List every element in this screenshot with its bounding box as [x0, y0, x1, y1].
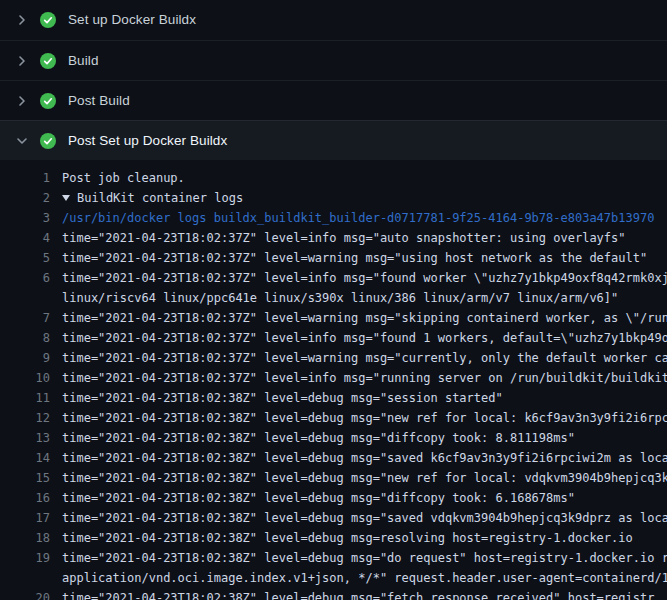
log-line: 18 time="2021-04-23T18:02:38Z" level=deb…: [0, 528, 667, 548]
log-line: 6 time="2021-04-23T18:02:37Z" level=info…: [0, 268, 667, 288]
log-line: 20 time="2021-04-23T18:02:38Z" level=deb…: [0, 588, 667, 600]
log-lines: 1 Post job cleanup. 2 BuildKit container…: [0, 160, 667, 600]
log-line-number[interactable]: 17: [0, 508, 50, 528]
log-line-text: /usr/bin/docker logs buildx_buildkit_bui…: [62, 208, 654, 228]
log-line-number[interactable]: 10: [0, 368, 50, 388]
log-line-text: time="2021-04-23T18:02:37Z" level=info m…: [62, 228, 626, 248]
log-line-text: Post job cleanup.: [62, 168, 185, 188]
log-line: linux/riscv64 linux/ppc641e linux/s390x …: [0, 288, 667, 308]
log-line-text: time="2021-04-23T18:02:38Z" level=debug …: [62, 448, 667, 468]
step-row[interactable]: Set up Docker Buildx: [0, 0, 667, 40]
log-line-number[interactable]: 6: [0, 268, 50, 288]
step-row[interactable]: Post Build: [0, 80, 667, 120]
log-line-text: time="2021-04-23T18:02:37Z" level=warnin…: [62, 348, 667, 368]
check-circle-icon: [40, 12, 56, 28]
step-row[interactable]: Build: [0, 40, 667, 80]
log-line: 9 time="2021-04-23T18:02:37Z" level=warn…: [0, 348, 667, 368]
log-line-number[interactable]: 16: [0, 488, 50, 508]
log-line: 10 time="2021-04-23T18:02:37Z" level=inf…: [0, 368, 667, 388]
log-line: 17 time="2021-04-23T18:02:38Z" level=deb…: [0, 508, 667, 528]
log-line-text: time="2021-04-23T18:02:38Z" level=debug …: [62, 408, 667, 428]
log-line-text: time="2021-04-23T18:02:37Z" level=warnin…: [62, 308, 667, 328]
log-line: 19 time="2021-04-23T18:02:38Z" level=deb…: [0, 548, 667, 568]
log-line-number[interactable]: 4: [0, 228, 50, 248]
log-line-text: time="2021-04-23T18:02:38Z" level=debug …: [62, 468, 667, 488]
log-line-text: time="2021-04-23T18:02:37Z" level=info m…: [62, 328, 667, 348]
log-line[interactable]: 2 BuildKit container logs: [0, 188, 667, 208]
log-line-number[interactable]: 1: [0, 168, 50, 188]
log-line-text: time="2021-04-23T18:02:38Z" level=debug …: [62, 508, 667, 528]
chevron-right-icon[interactable]: [14, 12, 30, 28]
log-line: 3 /usr/bin/docker logs buildx_buildkit_b…: [0, 208, 667, 228]
log-line-number[interactable]: 8: [0, 328, 50, 348]
chevron-right-icon[interactable]: [14, 93, 30, 109]
log-line-text: time="2021-04-23T18:02:37Z" level=warnin…: [62, 248, 647, 268]
actions-log-viewer: Set up Docker Buildx Build P: [0, 0, 667, 600]
log-line-text: BuildKit container logs: [77, 188, 243, 208]
log-line: 5 time="2021-04-23T18:02:37Z" level=warn…: [0, 248, 667, 268]
log-line-number[interactable]: 20: [0, 588, 50, 600]
log-line-number[interactable]: 18: [0, 528, 50, 548]
log-line: 11 time="2021-04-23T18:02:38Z" level=deb…: [0, 388, 667, 408]
chevron-down-icon[interactable]: [14, 133, 30, 149]
steps-list: Set up Docker Buildx Build P: [0, 0, 667, 160]
log-line: 12 time="2021-04-23T18:02:38Z" level=deb…: [0, 408, 667, 428]
step-title: Post Set up Docker Buildx: [68, 134, 227, 148]
log-line-number[interactable]: 11: [0, 388, 50, 408]
log-line-text: linux/riscv64 linux/ppc641e linux/s390x …: [62, 288, 618, 308]
check-circle-icon: [40, 93, 56, 109]
step-title: Set up Docker Buildx: [68, 13, 196, 27]
log-line-text: time="2021-04-23T18:02:38Z" level=debug …: [62, 588, 654, 600]
log-line-text: time="2021-04-23T18:02:37Z" level=info m…: [62, 368, 667, 388]
triangle-down-icon: [62, 195, 70, 201]
log-line: 14 time="2021-04-23T18:02:38Z" level=deb…: [0, 448, 667, 468]
log-line-number[interactable]: 19: [0, 548, 50, 568]
log-line-text: time="2021-04-23T18:02:38Z" level=debug …: [62, 428, 575, 448]
log-line-number[interactable]: 2: [0, 188, 50, 208]
check-circle-icon: [40, 133, 56, 149]
step-row[interactable]: Post Set up Docker Buildx: [0, 120, 667, 160]
log-line-text: time="2021-04-23T18:02:38Z" level=debug …: [62, 388, 503, 408]
log-line-number[interactable]: 15: [0, 468, 50, 488]
log-line: application/vnd.oci.image.index.v1+json,…: [0, 568, 667, 588]
log-line: 4 time="2021-04-23T18:02:37Z" level=info…: [0, 228, 667, 248]
log-line: 13 time="2021-04-23T18:02:38Z" level=deb…: [0, 428, 667, 448]
log-line-text: time="2021-04-23T18:02:38Z" level=debug …: [62, 548, 667, 568]
log-line-text: time="2021-04-23T18:02:37Z" level=info m…: [62, 268, 667, 288]
chevron-right-icon[interactable]: [14, 53, 30, 69]
log-line: 8 time="2021-04-23T18:02:37Z" level=info…: [0, 328, 667, 348]
log-line-text: time="2021-04-23T18:02:38Z" level=debug …: [62, 528, 633, 548]
log-line-number[interactable]: 12: [0, 408, 50, 428]
log-line: 16 time="2021-04-23T18:02:38Z" level=deb…: [0, 488, 667, 508]
log-line-text: application/vnd.oci.image.index.v1+json,…: [62, 568, 667, 588]
log-line: 15 time="2021-04-23T18:02:38Z" level=deb…: [0, 468, 667, 488]
log-line-number[interactable]: 9: [0, 348, 50, 368]
step-title: Post Build: [68, 94, 130, 108]
log-line-number[interactable]: 13: [0, 428, 50, 448]
log-line: 7 time="2021-04-23T18:02:37Z" level=warn…: [0, 308, 667, 328]
log-line: 1 Post job cleanup.: [0, 168, 667, 188]
log-line-number[interactable]: 3: [0, 208, 50, 228]
step-title: Build: [68, 54, 99, 68]
log-line-text: time="2021-04-23T18:02:38Z" level=debug …: [62, 488, 575, 508]
log-line-number[interactable]: 5: [0, 248, 50, 268]
log-line-number[interactable]: 7: [0, 308, 50, 328]
log-line-number[interactable]: 14: [0, 448, 50, 468]
check-circle-icon: [40, 53, 56, 69]
